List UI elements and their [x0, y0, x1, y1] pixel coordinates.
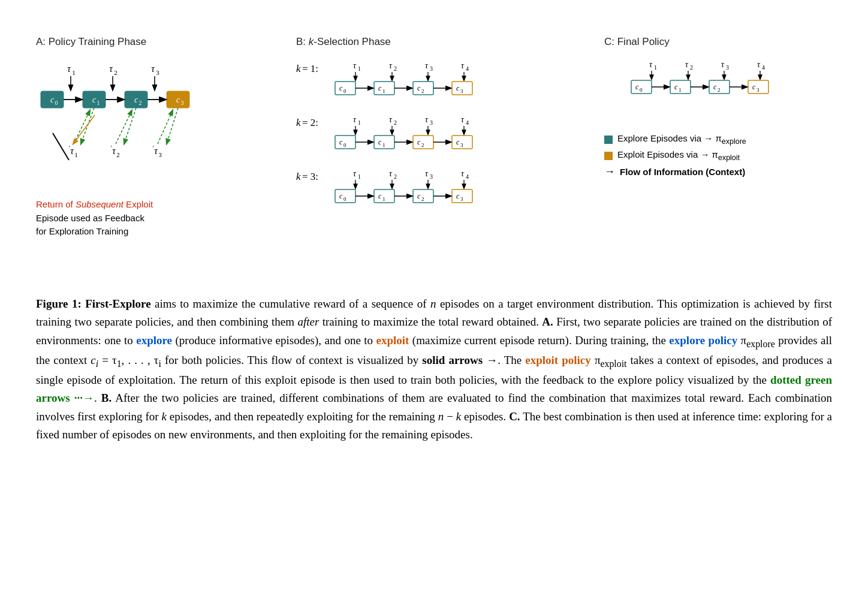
caption-text15: . B. After the two policies are trained,… — [36, 392, 832, 441]
svg-text:3: 3 — [460, 196, 463, 202]
svg-text:c: c — [674, 83, 678, 91]
panel-c-legend: Explore Episodes via → πexplore Exploit … — [604, 133, 832, 178]
svg-text:c: c — [417, 138, 421, 146]
svg-text:2: 2 — [421, 88, 424, 94]
svg-line-39 — [53, 133, 69, 160]
panel-a: A: Policy Training Phase τ 1 τ 2 τ 3 — [36, 36, 204, 239]
svg-text:1: 1 — [382, 88, 385, 94]
svg-text:0: 0 — [640, 87, 643, 93]
svg-text:= 2:: = 2: — [302, 117, 318, 128]
svg-text:c: c — [92, 95, 97, 104]
svg-text:c: c — [456, 192, 460, 200]
svg-text:2: 2 — [394, 65, 397, 72]
svg-text:3: 3 — [726, 64, 729, 71]
svg-text:τ: τ — [461, 169, 465, 178]
svg-text:c: c — [339, 192, 343, 200]
svg-text:4: 4 — [762, 64, 765, 71]
svg-text:k: k — [296, 117, 301, 128]
flow-legend-text: Flow of Information (Context) — [620, 167, 745, 177]
svg-text:τ: τ — [721, 60, 725, 69]
svg-text:c: c — [134, 95, 138, 104]
exploit-legend-text: Exploit Episodes via → πexploit — [617, 149, 740, 162]
svg-line-37 — [116, 110, 132, 144]
svg-text:1: 1 — [358, 65, 361, 72]
svg-text:c: c — [378, 192, 382, 200]
svg-text:4: 4 — [466, 173, 469, 180]
svg-text:τ: τ — [154, 146, 158, 156]
svg-text:c: c — [713, 83, 717, 91]
svg-text:c: c — [417, 192, 421, 200]
svg-text:4: 4 — [466, 65, 469, 72]
svg-text:τ: τ — [389, 61, 393, 70]
panel-b: B: k-Selection Phase k = 1: τ1 — [296, 36, 512, 277]
svg-text:τ: τ — [353, 169, 357, 178]
svg-text:2: 2 — [394, 119, 397, 126]
legend-line2: Episode used as Feedback — [36, 212, 204, 225]
legend-line3: for Exploration Training — [36, 225, 204, 239]
caption-fig-label: Figure 1: — [36, 297, 82, 310]
figure-panels: A: Policy Training Phase τ 1 τ 2 τ 3 — [36, 36, 832, 277]
legend-explore: Explore Episodes via → πexplore — [604, 133, 832, 146]
svg-text:4: 4 — [466, 119, 469, 126]
svg-text:c: c — [635, 83, 639, 91]
svg-text:′: ′ — [153, 144, 154, 151]
exploit-square-icon — [604, 152, 613, 160]
svg-text:3: 3 — [460, 142, 463, 148]
panel-a-legend: Return of Subsequent Exploit Episode use… — [36, 198, 204, 239]
svg-text:3: 3 — [158, 151, 162, 158]
svg-text:3: 3 — [430, 119, 433, 126]
svg-text:τ: τ — [425, 169, 429, 178]
svg-text:1: 1 — [97, 100, 100, 106]
svg-text:k: k — [296, 63, 301, 74]
svg-text:1: 1 — [74, 151, 78, 158]
legend-flow: → Flow of Information (Context) — [604, 165, 832, 178]
svg-text:c: c — [417, 84, 421, 92]
svg-text:1: 1 — [358, 173, 361, 180]
caption-exploit-policy: exploit policy — [525, 354, 591, 366]
svg-text:= 3:: = 3: — [302, 171, 318, 182]
svg-text:τ: τ — [112, 146, 116, 156]
svg-text:1: 1 — [382, 196, 385, 202]
svg-text:τ: τ — [757, 60, 761, 69]
svg-text:τ: τ — [389, 169, 393, 178]
svg-text:τ: τ — [425, 115, 429, 124]
svg-text:1: 1 — [654, 64, 657, 71]
svg-line-38 — [158, 110, 173, 144]
svg-text:2: 2 — [421, 196, 424, 202]
svg-text:τ: τ — [353, 61, 357, 70]
svg-text:2: 2 — [718, 87, 721, 93]
svg-text:τ: τ — [685, 60, 689, 69]
svg-text:τ: τ — [389, 115, 393, 124]
svg-text:1: 1 — [72, 69, 76, 76]
svg-text:1: 1 — [382, 142, 385, 148]
svg-text:′: ′ — [111, 144, 112, 151]
svg-text:c: c — [378, 138, 382, 146]
svg-text:0: 0 — [55, 100, 58, 106]
caption-solid-arrows: solid arrows — [422, 354, 483, 366]
caption-explore-policy: explore policy — [669, 334, 737, 347]
svg-text:= 1:: = 1: — [302, 63, 318, 74]
svg-text:2: 2 — [116, 151, 120, 158]
svg-text:k: k — [296, 171, 301, 182]
svg-line-26 — [167, 108, 178, 144]
svg-text:τ: τ — [353, 115, 357, 124]
panel-c-diagram: τ1 τ2 τ3 τ4 c0 c1 c2 c3 — [604, 55, 826, 121]
svg-text:3: 3 — [156, 69, 159, 76]
svg-text:3: 3 — [460, 88, 463, 94]
svg-text:1: 1 — [679, 87, 682, 93]
panel-c-label: C: Final Policy — [604, 36, 832, 48]
svg-text:τ: τ — [649, 60, 653, 69]
legend-line1: Return of Subsequent Exploit — [36, 198, 204, 212]
svg-text:c: c — [456, 84, 460, 92]
caption-text6: (maximize current episode return). Durin… — [409, 334, 669, 347]
panel-c: C: Final Policy τ1 τ2 τ3 τ4 — [604, 36, 832, 182]
svg-rect-156 — [604, 152, 613, 160]
svg-text:2: 2 — [394, 173, 397, 180]
svg-text:3: 3 — [430, 65, 433, 72]
panel-b-diagram: k = 1: τ1 τ2 τ3 τ4 c0 c1 c2 — [296, 55, 512, 277]
svg-text:2: 2 — [114, 69, 117, 76]
svg-text:0: 0 — [343, 142, 346, 148]
svg-text:τ: τ — [461, 115, 465, 124]
svg-text:τ: τ — [109, 64, 113, 74]
svg-text:0: 0 — [343, 88, 346, 94]
